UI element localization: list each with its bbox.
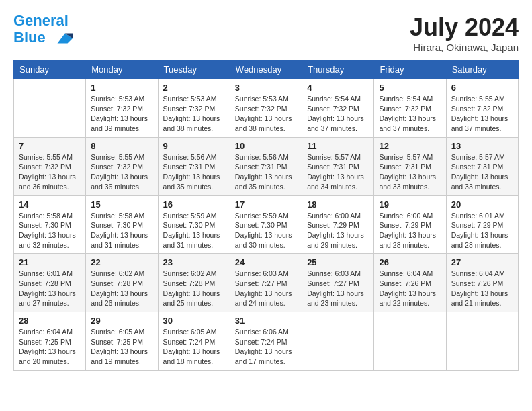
day-number: 30: [163, 316, 225, 326]
calendar-cell: 3Sunrise: 5:53 AM Sunset: 7:32 PM Daylig…: [230, 79, 302, 138]
day-number: 23: [163, 257, 225, 267]
day-number: 12: [379, 141, 441, 151]
day-info: Sunrise: 5:59 AM Sunset: 7:30 PM Dayligh…: [163, 211, 225, 250]
weekday-header-monday: Monday: [86, 60, 158, 79]
calendar-cell: 13Sunrise: 5:57 AM Sunset: 7:31 PM Dayli…: [446, 137, 518, 195]
weekday-header-thursday: Thursday: [302, 60, 374, 79]
day-info: Sunrise: 5:57 AM Sunset: 7:31 PM Dayligh…: [379, 152, 441, 192]
calendar-cell: 9Sunrise: 5:56 AM Sunset: 7:31 PM Daylig…: [158, 137, 230, 195]
weekday-header-sunday: Sunday: [14, 60, 86, 79]
calendar-cell: 24Sunrise: 6:03 AM Sunset: 7:27 PM Dayli…: [230, 254, 302, 312]
day-number: 4: [307, 83, 369, 93]
day-info: Sunrise: 6:04 AM Sunset: 7:26 PM Dayligh…: [451, 269, 513, 308]
day-info: Sunrise: 5:56 AM Sunset: 7:31 PM Dayligh…: [163, 152, 225, 192]
calendar-cell: 6Sunrise: 5:55 AM Sunset: 7:32 PM Daylig…: [446, 79, 518, 138]
calendar-cell: 18Sunrise: 6:00 AM Sunset: 7:29 PM Dayli…: [302, 195, 374, 254]
calendar-cell: 19Sunrise: 6:00 AM Sunset: 7:29 PM Dayli…: [374, 195, 446, 254]
day-info: Sunrise: 6:01 AM Sunset: 7:29 PM Dayligh…: [451, 211, 513, 250]
day-info: Sunrise: 5:56 AM Sunset: 7:31 PM Dayligh…: [235, 152, 297, 192]
day-number: 26: [379, 257, 441, 267]
weekday-header-tuesday: Tuesday: [158, 60, 230, 79]
weekday-header-saturday: Saturday: [446, 60, 518, 79]
day-number: 29: [91, 316, 152, 326]
day-number: 31: [235, 316, 297, 326]
day-number: 25: [307, 257, 369, 267]
calendar-cell: 29Sunrise: 6:05 AM Sunset: 7:25 PM Dayli…: [86, 312, 158, 371]
day-number: 28: [19, 316, 81, 326]
day-info: Sunrise: 6:02 AM Sunset: 7:28 PM Dayligh…: [91, 269, 152, 308]
calendar-cell: 23Sunrise: 6:02 AM Sunset: 7:28 PM Dayli…: [158, 254, 230, 312]
day-number: 10: [235, 141, 297, 151]
day-number: 27: [451, 257, 513, 267]
day-number: 1: [91, 83, 152, 93]
day-info: Sunrise: 5:58 AM Sunset: 7:30 PM Dayligh…: [19, 211, 81, 250]
calendar-cell: 5Sunrise: 5:54 AM Sunset: 7:32 PM Daylig…: [374, 79, 446, 138]
week-row-4: 21Sunrise: 6:01 AM Sunset: 7:28 PM Dayli…: [14, 254, 519, 312]
day-info: Sunrise: 6:04 AM Sunset: 7:26 PM Dayligh…: [379, 269, 441, 308]
calendar-cell: 7Sunrise: 5:55 AM Sunset: 7:32 PM Daylig…: [14, 137, 86, 195]
day-info: Sunrise: 5:55 AM Sunset: 7:32 PM Dayligh…: [91, 152, 152, 192]
calendar-cell: [374, 312, 446, 371]
day-info: Sunrise: 6:06 AM Sunset: 7:24 PM Dayligh…: [235, 327, 297, 367]
day-number: 2: [163, 83, 225, 93]
calendar-cell: 11Sunrise: 5:57 AM Sunset: 7:31 PM Dayli…: [302, 137, 374, 195]
day-number: 14: [19, 199, 81, 210]
logo-subtext: Blue: [13, 28, 73, 48]
title-block: July 2024 Hirara, Okinawa, Japan: [410, 13, 519, 53]
day-number: 15: [91, 199, 152, 210]
day-info: Sunrise: 5:57 AM Sunset: 7:31 PM Dayligh…: [451, 152, 513, 192]
calendar-cell: 30Sunrise: 6:05 AM Sunset: 7:24 PM Dayli…: [158, 312, 230, 371]
day-info: Sunrise: 6:03 AM Sunset: 7:27 PM Dayligh…: [307, 269, 369, 308]
calendar-cell: 17Sunrise: 5:59 AM Sunset: 7:30 PM Dayli…: [230, 195, 302, 254]
day-info: Sunrise: 5:55 AM Sunset: 7:32 PM Dayligh…: [451, 94, 513, 134]
week-row-1: 1Sunrise: 5:53 AM Sunset: 7:32 PM Daylig…: [14, 79, 519, 138]
day-info: Sunrise: 5:58 AM Sunset: 7:30 PM Dayligh…: [91, 211, 152, 250]
calendar-cell: 25Sunrise: 6:03 AM Sunset: 7:27 PM Dayli…: [302, 254, 374, 312]
calendar-cell: 20Sunrise: 6:01 AM Sunset: 7:29 PM Dayli…: [446, 195, 518, 254]
day-info: Sunrise: 6:05 AM Sunset: 7:25 PM Dayligh…: [91, 327, 152, 367]
day-info: Sunrise: 6:02 AM Sunset: 7:28 PM Dayligh…: [163, 269, 225, 308]
weekday-header-row: SundayMondayTuesdayWednesdayThursdayFrid…: [14, 60, 519, 79]
calendar-table: SundayMondayTuesdayWednesdayThursdayFrid…: [13, 60, 519, 371]
calendar-cell: 8Sunrise: 5:55 AM Sunset: 7:32 PM Daylig…: [86, 137, 158, 195]
calendar-cell: 28Sunrise: 6:04 AM Sunset: 7:25 PM Dayli…: [14, 312, 86, 371]
month-title: July 2024: [410, 13, 519, 42]
day-number: 9: [163, 141, 225, 151]
calendar-cell: 12Sunrise: 5:57 AM Sunset: 7:31 PM Dayli…: [374, 137, 446, 195]
day-info: Sunrise: 5:53 AM Sunset: 7:32 PM Dayligh…: [91, 94, 152, 134]
day-info: Sunrise: 6:00 AM Sunset: 7:29 PM Dayligh…: [379, 211, 441, 250]
day-number: 16: [163, 199, 225, 210]
day-info: Sunrise: 6:05 AM Sunset: 7:24 PM Dayligh…: [163, 327, 225, 367]
day-number: 13: [451, 141, 513, 151]
day-number: 6: [451, 83, 513, 93]
logo-text: General: [13, 13, 73, 28]
location: Hirara, Okinawa, Japan: [410, 42, 519, 53]
calendar-cell: 26Sunrise: 6:04 AM Sunset: 7:26 PM Dayli…: [374, 254, 446, 312]
day-number: 11: [307, 141, 369, 151]
day-number: 3: [235, 83, 297, 93]
calendar-cell: 4Sunrise: 5:54 AM Sunset: 7:32 PM Daylig…: [302, 79, 374, 138]
calendar-cell: 1Sunrise: 5:53 AM Sunset: 7:32 PM Daylig…: [86, 79, 158, 138]
logo-icon: [52, 28, 73, 48]
page-header: General Blue July 2024 Hirara, Okinawa, …: [13, 13, 519, 53]
weekday-header-wednesday: Wednesday: [230, 60, 302, 79]
day-number: 7: [19, 141, 81, 151]
week-row-2: 7Sunrise: 5:55 AM Sunset: 7:32 PM Daylig…: [14, 137, 519, 195]
week-row-3: 14Sunrise: 5:58 AM Sunset: 7:30 PM Dayli…: [14, 195, 519, 254]
day-info: Sunrise: 5:59 AM Sunset: 7:30 PM Dayligh…: [235, 211, 297, 250]
calendar-cell: 21Sunrise: 6:01 AM Sunset: 7:28 PM Dayli…: [14, 254, 86, 312]
day-info: Sunrise: 5:54 AM Sunset: 7:32 PM Dayligh…: [379, 94, 441, 134]
day-info: Sunrise: 6:03 AM Sunset: 7:27 PM Dayligh…: [235, 269, 297, 308]
day-info: Sunrise: 6:04 AM Sunset: 7:25 PM Dayligh…: [19, 327, 81, 367]
calendar-cell: [446, 312, 518, 371]
calendar-cell: 22Sunrise: 6:02 AM Sunset: 7:28 PM Dayli…: [86, 254, 158, 312]
calendar-cell: [14, 79, 86, 138]
day-info: Sunrise: 6:00 AM Sunset: 7:29 PM Dayligh…: [307, 211, 369, 250]
day-number: 19: [379, 199, 441, 210]
calendar-cell: 2Sunrise: 5:53 AM Sunset: 7:32 PM Daylig…: [158, 79, 230, 138]
calendar-cell: [302, 312, 374, 371]
calendar-cell: 27Sunrise: 6:04 AM Sunset: 7:26 PM Dayli…: [446, 254, 518, 312]
calendar-cell: 31Sunrise: 6:06 AM Sunset: 7:24 PM Dayli…: [230, 312, 302, 371]
day-info: Sunrise: 5:57 AM Sunset: 7:31 PM Dayligh…: [307, 152, 369, 192]
calendar-cell: 15Sunrise: 5:58 AM Sunset: 7:30 PM Dayli…: [86, 195, 158, 254]
